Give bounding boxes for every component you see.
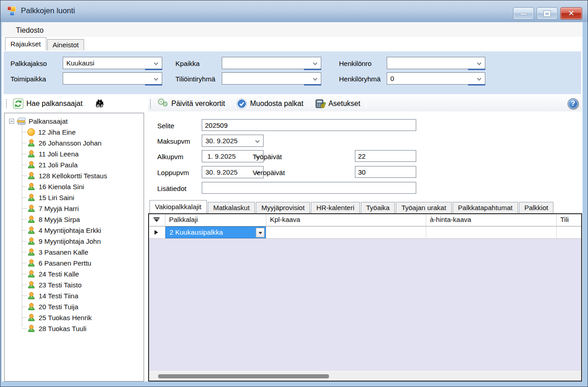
collapse-icon[interactable] xyxy=(9,119,14,124)
tree-item-employee[interactable]: 14 Testi Tiina xyxy=(16,290,144,301)
kpaikka-label: Kpaikka xyxy=(175,60,199,67)
update-taxcards-button[interactable]: ⚙ ⚙ Päivitä verokortit xyxy=(154,97,228,111)
person-icon xyxy=(27,292,35,300)
loppupvm-value: 30. 9.2025 xyxy=(205,168,238,176)
tab-palkkatapahtumat[interactable]: Palkkatapahtumat xyxy=(453,202,518,213)
veropaivat-label: Veropäivät xyxy=(253,169,285,176)
detail-tab-strip: VakiopalkkalajitMatkalaskutMyyjäprovisio… xyxy=(149,200,588,213)
help-button[interactable]: ? xyxy=(568,98,578,109)
tree-item-employee[interactable]: 25 Tuokas Henrik xyxy=(16,312,144,323)
selite-input[interactable] xyxy=(202,119,416,131)
settings-button[interactable]: Asetukset xyxy=(312,97,363,111)
gears-icon: ⚙ ⚙ xyxy=(157,98,169,109)
grid-header-a-hinta-kaava[interactable]: à-hinta-kaava xyxy=(426,214,557,226)
kpaikka-combobox[interactable] xyxy=(222,57,321,69)
grid-header-palkkalaji[interactable]: Palkkalaji xyxy=(165,214,266,226)
tiliointiryhma-combobox[interactable] xyxy=(222,72,321,85)
grid-row-header[interactable] xyxy=(149,226,165,239)
menu-item-tiedosto[interactable]: Tiedosto xyxy=(13,25,46,35)
grid-cell-kpl-kaava[interactable] xyxy=(266,226,426,239)
minimize-button[interactable] xyxy=(513,7,534,20)
grid-header-tili[interactable]: Tili xyxy=(557,214,581,226)
palkkajakso-label: Palkkajakso xyxy=(10,60,47,67)
palkkalaji-cell-combobox[interactable]: 2 Kuukausipalkka xyxy=(165,226,266,238)
left-toolbar: Hae palkansaajat xyxy=(4,96,144,111)
grid-header-kpl-kaava[interactable]: Kpl-kaava xyxy=(266,214,426,226)
tree-item-employee[interactable]: 21 Joli Paula xyxy=(16,159,144,170)
person-icon xyxy=(27,324,35,332)
close-icon: ✕ xyxy=(561,9,582,18)
chevron-down-icon xyxy=(154,76,159,81)
palkkalaji-cell-value: 2 Kuukausipalkka xyxy=(169,228,223,236)
tree-item-employee[interactable]: 26 Johansson Johan xyxy=(16,137,144,148)
toolbar-grip[interactable] xyxy=(5,99,8,109)
tab-matkalaskut[interactable]: Matkalaskut xyxy=(208,202,255,213)
tree-item-label: 24 Testi Kalle xyxy=(39,270,79,278)
tree-item-label: 15 Liri Saini xyxy=(39,194,74,201)
tab-hr-kalenteri[interactable]: HR-kalenteri xyxy=(311,202,359,213)
tree-item-label: 20 Testi Tuija xyxy=(39,303,78,311)
tab-aineistot[interactable]: Aineistot xyxy=(47,39,85,50)
refresh-icon xyxy=(13,98,24,109)
create-salaries-button[interactable]: Muodosta palkat xyxy=(234,97,306,111)
person-icon xyxy=(27,313,35,322)
tree-item-employee[interactable]: 4 Myyntijohtaja Erkki xyxy=(16,225,144,236)
maksupvm-datepicker[interactable]: 30. 9.2025 xyxy=(202,135,264,147)
tree-item-employee[interactable]: 24 Testi Kalle xyxy=(16,268,144,279)
grid-cell-tili[interactable] xyxy=(557,226,581,239)
create-salaries-label: Muodosta palkat xyxy=(250,100,303,108)
tyopaivat-input[interactable] xyxy=(355,150,416,162)
toimipaikka-combobox[interactable] xyxy=(63,72,162,85)
tab-tyoaika[interactable]: Työaika xyxy=(361,202,395,213)
tree-root-palkansaajat[interactable]: Palkansaajat xyxy=(9,116,144,126)
chevron-down-icon xyxy=(154,61,159,65)
grid-filter-header-cell[interactable] xyxy=(149,214,165,226)
tab-myyjaprovisiot[interactable]: Myyjäprovisiot xyxy=(256,202,310,213)
tree-item-employee[interactable]: 11 Joli Leena xyxy=(16,148,144,159)
grid-cell-a-hinta-kaava[interactable] xyxy=(426,226,557,239)
tree-item-label: 12 Jiha Eine xyxy=(38,128,76,136)
palkkajakso-combobox[interactable]: Kuukausi xyxy=(63,57,162,69)
person-icon xyxy=(27,302,35,311)
tree-item-employee[interactable]: 7 Myyjä Harri xyxy=(16,203,144,214)
chevron-down-icon xyxy=(313,61,318,65)
tree-item-employee[interactable]: 28 Tuokas Tuuli xyxy=(16,323,144,334)
scrollbar-thumb[interactable] xyxy=(158,374,329,378)
palkkalaji-dropdown-button[interactable] xyxy=(256,228,264,237)
close-button[interactable]: ✕ xyxy=(560,7,582,20)
tree-item-employee[interactable]: 9 Myyntijohtaja John xyxy=(16,236,144,246)
toolbar-grip[interactable] xyxy=(149,99,152,109)
tree-item-employee[interactable]: 128 Kellokortti Testaus xyxy=(16,170,144,181)
horizontal-scrollbar[interactable] xyxy=(149,371,581,381)
maksupvm-label: Maksupvm xyxy=(157,137,190,145)
right-toolbar: ⚙ ⚙ Päivitä verokortit Muodosta palkat xyxy=(148,96,582,111)
tree-root-label: Palkansaajat xyxy=(29,117,68,125)
tree-item-label: 14 Testi Tiina xyxy=(39,292,78,300)
tab-rajaukset[interactable]: Rajaukset xyxy=(5,37,46,50)
tree-item-employee[interactable]: 16 Kienola Sini xyxy=(16,181,144,192)
tab-tyoajan-urakat[interactable]: Työajan urakat xyxy=(396,202,451,213)
tree-item-employee[interactable]: 6 Pasanen Perttu xyxy=(16,257,144,268)
veropaivat-input[interactable] xyxy=(355,166,416,178)
toolbar-separator xyxy=(309,98,309,109)
tab-vakiopalkkalajit[interactable]: Vakiopalkkalajit xyxy=(149,200,207,213)
tree-item-employee[interactable]: 23 Testi Taisto xyxy=(16,279,144,290)
person-icon xyxy=(27,270,35,278)
title-bar[interactable]: Palkkojen luonti ✕ xyxy=(0,0,588,22)
lisatiedot-input[interactable] xyxy=(202,182,416,194)
tree-item-employee[interactable]: 8 Myyjä Sirpa xyxy=(16,214,144,225)
calculator-gears-icon xyxy=(315,98,326,109)
tree-item-label: 11 Joli Leena xyxy=(39,150,79,158)
tree-item-employee[interactable]: 15 Liri Saini xyxy=(16,192,144,203)
fetch-employees-button[interactable]: Hae palkansaajat xyxy=(10,97,85,111)
henkiloryhma-combobox[interactable]: 0 xyxy=(387,72,485,85)
grid-cell-palkkalaji[interactable]: 2 Kuukausipalkka xyxy=(165,226,266,239)
henkilonro-combobox[interactable] xyxy=(387,57,485,69)
tab-palkkiot[interactable]: Palkkiot xyxy=(519,202,554,213)
tree-item-employee[interactable]: 20 Testi Tuija xyxy=(16,301,144,312)
maximize-button[interactable] xyxy=(537,7,558,20)
tree-item-employee[interactable]: 3 Pasanen Kalle xyxy=(16,246,144,257)
search-button[interactable] xyxy=(91,97,108,110)
tree-item-label: 7 Myyjä Harri xyxy=(39,205,79,212)
tree-item-employee[interactable]: 12 Jiha Eine xyxy=(16,126,144,137)
